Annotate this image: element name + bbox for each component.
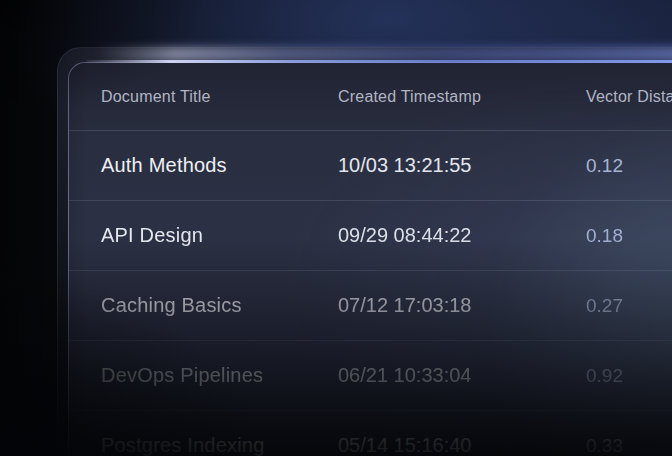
created-timestamp-cell: 06/21 10:33:04 <box>338 364 586 387</box>
document-title-cell: DevOps Pipelines <box>69 364 338 387</box>
created-timestamp-cell: 09/29 08:44:22 <box>338 224 586 247</box>
table-row[interactable]: Postgres Indexing 05/14 15:16:40 0.33 <box>69 411 672 456</box>
vector-distance-cell: 0.27 <box>586 295 672 317</box>
created-timestamp-cell: 05/14 15:16:40 <box>338 434 586 456</box>
document-title-cell: Auth Methods <box>69 154 338 177</box>
column-header-vector-distance: Vector Distance <box>586 88 672 106</box>
table-row[interactable]: Auth Methods 10/03 13:21:55 0.12 <box>69 131 672 201</box>
vector-distance-cell: 0.12 <box>586 155 672 177</box>
table-header-row: Document Title Created Timestamp Vector … <box>69 63 672 131</box>
table-row[interactable]: DevOps Pipelines 06/21 10:33:04 0.92 <box>69 341 672 411</box>
documents-table-card: Document Title Created Timestamp Vector … <box>68 62 672 456</box>
document-title-cell: Caching Basics <box>69 294 338 317</box>
column-header-document-title: Document Title <box>69 88 338 106</box>
table-row[interactable]: Caching Basics 07/12 17:03:18 0.27 <box>69 271 672 341</box>
column-header-created-timestamp: Created Timestamp <box>338 88 586 106</box>
vector-distance-cell: 0.33 <box>586 435 672 456</box>
document-title-cell: API Design <box>69 224 338 247</box>
table-row[interactable]: API Design 09/29 08:44:22 0.18 <box>69 201 672 271</box>
document-title-cell: Postgres Indexing <box>69 434 338 456</box>
glow-streak-core <box>86 60 672 63</box>
scene: Document Title Created Timestamp Vector … <box>0 0 672 456</box>
created-timestamp-cell: 10/03 13:21:55 <box>338 154 586 177</box>
vector-distance-cell: 0.18 <box>586 225 672 247</box>
vector-distance-cell: 0.92 <box>586 365 672 387</box>
glow-streak-bloom <box>95 47 672 61</box>
created-timestamp-cell: 07/12 17:03:18 <box>338 294 586 317</box>
